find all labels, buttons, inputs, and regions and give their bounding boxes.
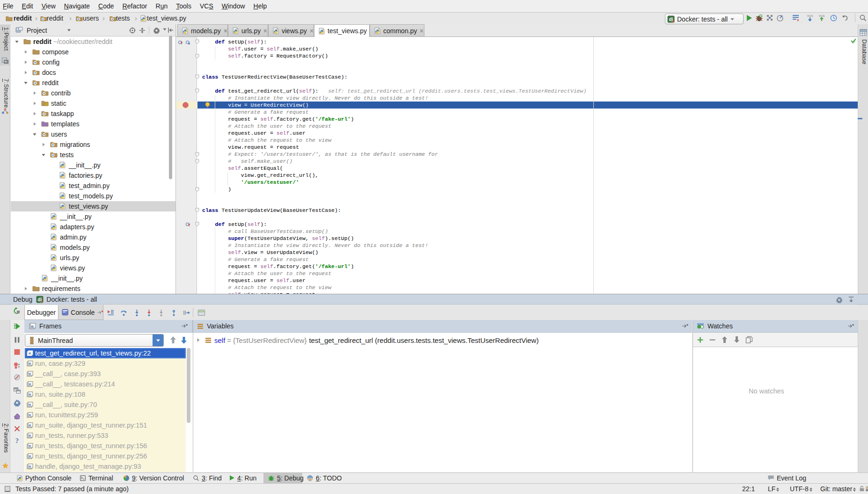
svg-text:?: ? bbox=[15, 437, 19, 444]
svg-text:VCS: VCS bbox=[807, 15, 813, 17]
